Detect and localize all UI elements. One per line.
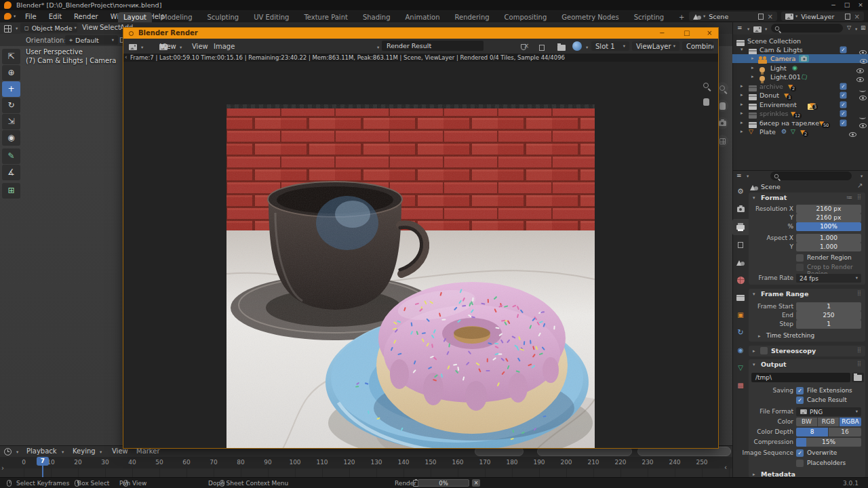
mode-selector[interactable]: ◻ Object Mode ▾: [20, 23, 77, 33]
time-stretching-subpanel[interactable]: Time Stretching: [766, 332, 814, 339]
preset-list-icon[interactable]: ≔: [846, 194, 852, 201]
render-slot-icon[interactable]: [572, 41, 582, 51]
tab-compositing[interactable]: Compositing: [499, 12, 553, 22]
outliner-row-plate[interactable]: ▸ ▽ Plate ⚙ ▽ ▼2: [732, 127, 868, 136]
new-viewlayer-icon[interactable]: [845, 14, 850, 20]
collection-checkbox[interactable]: ✓: [840, 92, 847, 99]
tool-select-box[interactable]: ⇱: [2, 49, 20, 64]
expand-icon[interactable]: ▾: [753, 290, 755, 299]
cancel-render-button[interactable]: ×: [472, 479, 480, 487]
aspect-x-field[interactable]: 1.000: [796, 234, 861, 243]
os-close-button[interactable]: ×: [856, 1, 865, 8]
hide-eye-icon[interactable]: [856, 77, 864, 82]
viewlayer-selector[interactable]: ▾ ViewLayer ×: [781, 12, 864, 21]
outliner-row-light[interactable]: ▸ Light ◉: [732, 64, 868, 73]
tab-shading[interactable]: Shading: [357, 12, 396, 22]
output-path-field[interactable]: /tmp\: [751, 373, 850, 382]
playhead-frame-badge[interactable]: 7: [37, 457, 49, 466]
tool-transform[interactable]: ◉: [2, 130, 20, 146]
tab-geometry-nodes[interactable]: Geometry Nodes: [556, 12, 624, 22]
outliner-row-camera[interactable]: ▸ Camera: [732, 54, 868, 63]
scene-selector[interactable]: ▾ Scene ×: [689, 12, 777, 21]
properties-tab-constraints[interactable]: ◉: [732, 342, 749, 359]
resolution-y-field[interactable]: 2160 px: [796, 214, 861, 222]
expand-icon[interactable]: ▾: [753, 194, 755, 203]
collection-checkbox[interactable]: ✓: [840, 83, 847, 90]
timeline-menu-playback[interactable]: Playback: [20, 447, 63, 455]
crop-region-checkbox[interactable]: [796, 264, 804, 271]
outliner-row-cam-lihgts[interactable]: ▾ Cam & Lihgts ✓: [732, 45, 868, 54]
menu-render[interactable]: Render: [68, 13, 104, 20]
render-window-titlebar[interactable]: Blender Render − □ ×: [123, 28, 718, 39]
overwrite-checkbox[interactable]: ✓: [796, 449, 804, 457]
render-maximize-button[interactable]: □: [684, 29, 690, 37]
tab-rendering[interactable]: Rendering: [450, 12, 495, 22]
new-image-icon[interactable]: [539, 45, 545, 51]
cache-result-checkbox[interactable]: ✓: [796, 396, 804, 404]
properties-editor-type-icon[interactable]: ≡: [736, 172, 742, 179]
collection-checkbox[interactable]: ✓: [840, 110, 847, 117]
tab-add-workspace[interactable]: +: [673, 12, 690, 22]
render-region-checkbox[interactable]: [796, 254, 804, 262]
resolution-pct-slider[interactable]: 100%: [796, 222, 861, 231]
expand-icon[interactable]: ▸: [753, 347, 755, 356]
hide-eye-icon[interactable]: [859, 96, 867, 100]
outliner-row-archive[interactable]: ▸ archive ▼2 ✓: [732, 82, 868, 91]
tab-layout[interactable]: Layout: [118, 12, 152, 22]
properties-tab-tool[interactable]: ⚙: [732, 184, 749, 200]
unlink-scene-icon[interactable]: ×: [768, 13, 773, 20]
depth-8-button[interactable]: 8: [796, 428, 828, 436]
expand-icon[interactable]: ▸: [751, 54, 754, 63]
expand-icon[interactable]: ▾: [741, 45, 743, 54]
image-name-field[interactable]: Render Result: [382, 41, 484, 51]
slot-selector[interactable]: Slot 1▾: [591, 41, 629, 51]
timeline-collapse-icon[interactable]: ‹: [724, 464, 727, 471]
os-minimize-button[interactable]: −: [829, 1, 838, 8]
os-maximize-button[interactable]: □: [842, 1, 852, 8]
tool-move[interactable]: +: [2, 81, 20, 97]
pin-icon[interactable]: ↗: [857, 182, 863, 189]
remove-viewlayer-icon[interactable]: ×: [854, 13, 860, 20]
collection-checkbox[interactable]: ✓: [840, 47, 847, 54]
timeline-ruler[interactable]: 0102030405060708090100110120130140150160…: [0, 457, 732, 468]
new-collection-icon[interactable]: ⊞: [861, 24, 866, 31]
expand-icon[interactable]: ▸: [751, 73, 754, 81]
stats-collapse-icon[interactable]: ‹: [125, 54, 127, 60]
outliner-row-sprinkles[interactable]: ▸ sprinkles ▼12 ✓: [732, 109, 868, 118]
tool-scale[interactable]: ⇲: [2, 114, 20, 129]
file-format-dropdown[interactable]: PNG▾: [796, 407, 861, 416]
menu-edit[interactable]: Edit: [43, 13, 68, 20]
canvas-pan-icon[interactable]: [700, 96, 712, 108]
outliner-display-mode-icon[interactable]: ≡: [737, 24, 743, 31]
tool-add-cube[interactable]: ⊞: [2, 183, 20, 199]
tab-sculpting[interactable]: Sculpting: [202, 12, 245, 22]
tool-cursor[interactable]: ⊕: [2, 65, 20, 81]
outliner-filter-image-icon[interactable]: [753, 26, 762, 33]
open-image-folder-icon[interactable]: [557, 45, 566, 51]
expand-icon[interactable]: ▸: [741, 119, 743, 127]
render-minimize-button[interactable]: −: [659, 29, 665, 37]
expand-icon[interactable]: ▾: [753, 361, 755, 369]
expand-icon[interactable]: ▸: [741, 100, 743, 109]
file-extensions-checkbox[interactable]: ✓: [796, 387, 804, 394]
compression-slider[interactable]: 15%: [796, 438, 861, 447]
frame-step-field[interactable]: 1: [796, 320, 861, 329]
timeline-editor-type-icon[interactable]: [4, 448, 12, 455]
properties-tab-scene[interactable]: [732, 254, 749, 270]
expand-icon[interactable]: ▸: [741, 82, 743, 91]
color-rgb-button[interactable]: RGB: [818, 418, 839, 426]
timeline-expand-icon[interactable]: ›: [1, 464, 4, 472]
render-canvas-area[interactable]: [123, 62, 718, 448]
outliner-row-light-001[interactable]: ▸ Light.001 ▢: [732, 73, 868, 81]
filter-funnel-icon[interactable]: ▽: [847, 24, 851, 30]
image-menu-image[interactable]: Image: [208, 43, 241, 50]
orientation-selector[interactable]: ⌖ Default ▾: [65, 35, 118, 45]
tab-animation[interactable]: Animation: [400, 12, 446, 22]
editor-mode-value[interactable]: View: [160, 43, 176, 50]
color-bw-button[interactable]: BW: [796, 418, 817, 426]
hide-eye-icon[interactable]: [860, 59, 867, 64]
app-menu-icon[interactable]: ▾: [4, 12, 16, 21]
layer-selector[interactable]: ViewLayer▾: [632, 41, 679, 51]
outliner-row-biser[interactable]: ▸ бисер на тарелке ▼50 ✓: [732, 119, 868, 127]
expand-icon[interactable]: ▸: [741, 109, 743, 118]
